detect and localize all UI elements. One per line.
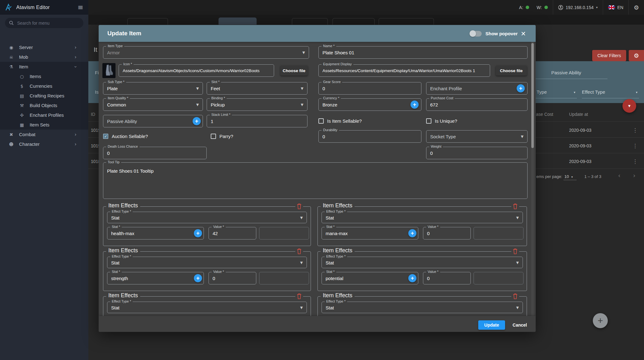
stat-select[interactable]: Stat * health-max +: [107, 227, 204, 239]
tab[interactable]: [332, 18, 375, 25]
delete-item-effect-button[interactable]: [295, 293, 303, 299]
add-stat-button[interactable]: +: [194, 229, 202, 237]
is-unique-checkbox[interactable]: Is Unique?: [426, 118, 457, 124]
cancel-button[interactable]: Cancel: [509, 320, 531, 330]
add-stat-button[interactable]: +: [194, 274, 202, 282]
money-bag-icon: $: [19, 84, 25, 89]
show-popover-toggle[interactable]: [470, 31, 482, 37]
add-enchant-profile-button[interactable]: +: [517, 84, 525, 92]
extra-input[interactable]: [259, 272, 309, 284]
add-stat-button[interactable]: +: [408, 274, 416, 282]
value-input[interactable]: Value * 42: [209, 227, 256, 239]
sidebar-item-combat[interactable]: ✖ Combat ›: [0, 130, 88, 139]
clear-filters-button[interactable]: Clear Filters: [592, 50, 626, 61]
effect-type-select[interactable]: Effect Type * Stat ▼: [107, 302, 307, 313]
field-label: Gear Score: [322, 80, 342, 84]
auction-sellable-checkbox[interactable]: Auction Sellable?: [103, 134, 148, 139]
passive-ability-filter[interactable]: Passive Ability: [551, 70, 581, 75]
sidebar-item-item[interactable]: ⚗ Item ›: [0, 62, 88, 72]
stat-select[interactable]: Stat * mana-max +: [322, 227, 418, 239]
extra-input[interactable]: [259, 227, 309, 239]
table-settings-button[interactable]: ⚙: [629, 50, 644, 61]
effect-type-select[interactable]: Effect Type * Stat ▼: [322, 212, 523, 223]
page-size-select[interactable]: 10: [564, 174, 569, 179]
stack-limit-input[interactable]: Stack Limit * 1: [207, 115, 307, 127]
tab[interactable]: [127, 18, 168, 25]
currency-select[interactable]: Currency * Bronze +: [318, 98, 421, 111]
purchase-cost-input[interactable]: Purchase Cost 672: [426, 98, 528, 111]
settings-menu[interactable]: ⚙: [629, 0, 644, 15]
binding-select[interactable]: Binding * Pickup ▼: [207, 98, 307, 111]
next-page-icon[interactable]: ›: [633, 172, 636, 179]
field-label: Effect Type *: [110, 210, 133, 213]
add-item-fab[interactable]: +: [593, 313, 608, 328]
tab-selected[interactable]: [219, 17, 257, 25]
durability-input[interactable]: Durability 0: [318, 130, 421, 143]
sidebar-item-build-objects[interactable]: ⚒ Build Objects: [0, 101, 88, 110]
value-input[interactable]: Value * 0: [209, 272, 256, 284]
death-loss-chance-input[interactable]: Death Loss Chance 0: [103, 147, 207, 159]
passive-ability-select[interactable]: Passive Ability +: [103, 115, 203, 127]
slot-select[interactable]: Slot * Feet ▼: [207, 82, 307, 95]
socket-type-select[interactable]: Socket Type ▼: [426, 130, 528, 143]
add-currency-button[interactable]: +: [410, 101, 419, 109]
icon-choose-file-button[interactable]: Choose file: [280, 66, 308, 76]
delete-item-effect-button[interactable]: [511, 248, 519, 254]
effect-type-select[interactable]: Effect Type * Stat ▼: [107, 212, 307, 223]
scrollbar-thumb[interactable]: [531, 43, 534, 148]
delete-item-effect-button[interactable]: [295, 203, 303, 209]
sub-type-select[interactable]: Sub Type * Plate ▼: [103, 82, 203, 95]
name-input[interactable]: Name * Plate Shoes 01: [318, 46, 528, 59]
delete-item-effect-button[interactable]: [511, 293, 519, 299]
close-icon[interactable]: ✕: [521, 30, 526, 37]
value-input[interactable]: Value * 0: [423, 272, 471, 284]
sidebar-item-items[interactable]: ○ Items: [0, 72, 88, 81]
server-selector[interactable]: 192.168.0.154 ▾: [553, 0, 603, 15]
language-selector[interactable]: EN: [603, 0, 628, 15]
stat-select[interactable]: Stat * potential +: [322, 272, 418, 284]
type-filter-clipped[interactable]: Type: [537, 89, 547, 95]
weight-input[interactable]: Weight 0: [426, 147, 528, 159]
sidebar-item-item-sets[interactable]: ▦ Item Sets: [0, 120, 88, 130]
equipment-display-input[interactable]: Equipment Display Assets/Resources/Conte…: [318, 64, 490, 77]
update-button[interactable]: Update: [478, 320, 505, 330]
parry-checkbox[interactable]: Parry?: [211, 134, 233, 139]
extra-input[interactable]: [474, 227, 524, 239]
sidebar-item-server[interactable]: ◉ Server ›: [0, 42, 88, 52]
sidebar-item-mob[interactable]: ☠ Mob ›: [0, 52, 88, 62]
tab[interactable]: [379, 18, 434, 25]
sidebar-item-currencies[interactable]: $ Currencies: [0, 81, 88, 91]
effect-type-select[interactable]: Effect Type * Stat ▼: [322, 302, 523, 313]
previous-page-icon[interactable]: ‹: [618, 172, 621, 179]
item-type-select[interactable]: Item Type Armor ▼: [103, 46, 309, 59]
row-menu-icon[interactable]: ⋮: [632, 127, 638, 133]
sidebar-item-enchant-profiles[interactable]: ✣ Enchant Profiles: [0, 110, 88, 120]
row-menu-icon[interactable]: ⋮: [632, 158, 638, 165]
tab[interactable]: [292, 18, 328, 25]
add-passive-ability-button[interactable]: +: [193, 117, 201, 125]
menu-toggle-icon[interactable]: ≡: [78, 4, 83, 11]
effect-type-select[interactable]: Effect Type * Stat ▼: [322, 257, 523, 268]
modal-scrollbar[interactable]: [531, 42, 534, 332]
value-input[interactable]: Value * 0: [423, 227, 471, 239]
expand-filters-fab[interactable]: ▾: [622, 99, 636, 113]
row-menu-icon[interactable]: ⋮: [632, 143, 638, 149]
delete-item-effect-button[interactable]: [295, 248, 303, 254]
sidebar-item-character[interactable]: ☻ Character ›: [0, 139, 88, 149]
item-quality-select[interactable]: Item Quality * Common ▼: [103, 98, 203, 111]
tool-tip-textarea[interactable]: Tool Tip Plate Shoes 01 Tooltip: [103, 162, 528, 199]
add-stat-button[interactable]: +: [408, 229, 416, 237]
is-item-sellable-checkbox[interactable]: Is Item Sellable?: [318, 118, 362, 124]
effect-type-select[interactable]: Effect Type * Stat ▼: [107, 257, 307, 268]
enchant-profile-select[interactable]: Enchant Profile +: [426, 82, 528, 95]
equipment-choose-file-button[interactable]: Choose file: [496, 66, 527, 76]
delete-item-effect-button[interactable]: [511, 203, 519, 209]
effect-type-filter[interactable]: Effect Type: [582, 89, 605, 95]
stat-select[interactable]: Stat * strength +: [107, 272, 204, 284]
extra-input[interactable]: [474, 272, 524, 284]
gear-score-input[interactable]: Gear Score 0: [318, 82, 421, 95]
sidebar-search[interactable]: [5, 18, 83, 28]
icon-path-input[interactable]: Icon * Assets/Dragonsan/AtavismObjects/I…: [119, 64, 274, 77]
sidebar-item-crafting-recipes[interactable]: ▤ Crafting Recipes: [0, 91, 88, 101]
search-input[interactable]: [17, 20, 76, 26]
